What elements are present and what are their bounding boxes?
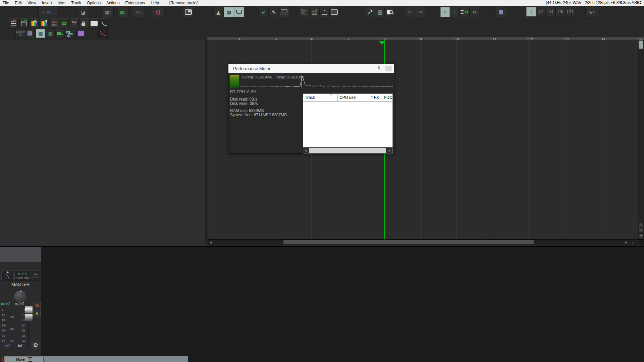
master-fx-button[interactable]: FX [1, 270, 14, 281]
master-mono-button[interactable]: ▶◀ MONO [31, 270, 40, 281]
fullscreen-button[interactable]: FULL [38, 7, 57, 17]
new-tab-button[interactable]: New Tab [299, 7, 309, 17]
close-button[interactable]: ✕ [385, 66, 392, 71]
horizontal-scrollbar[interactable]: ◀ ▶ + − [207, 239, 644, 245]
fade-shape-button[interactable] [99, 18, 109, 28]
vertical-scrollbar[interactable]: + − ▼ [638, 40, 644, 239]
menu-item[interactable]: Item [58, 1, 65, 5]
volume-fader-handle[interactable] [25, 306, 33, 322]
mixer-visibility-button[interactable] [460, 7, 470, 17]
zoom-out-vertical-button[interactable]: − [639, 228, 644, 233]
pan-knob[interactable] [14, 290, 27, 303]
grid-division-button[interactable]: 1/8 [555, 7, 565, 16]
menu-item[interactable]: Edit [15, 1, 22, 5]
master-mute-button[interactable]: M [34, 302, 41, 309]
mixer-tab[interactable]: Mixer ✕ [5, 357, 44, 362]
menu-item[interactable]: View [28, 1, 36, 5]
grid-toggle-button[interactable]: ▦ [224, 7, 234, 17]
envelope-shape-button[interactable] [98, 29, 108, 38]
quantize-button[interactable]: Q [152, 7, 164, 17]
edit-cursor-marker[interactable] [379, 41, 385, 45]
zoom-in-horizontal-button[interactable]: + [630, 240, 635, 245]
menu-item[interactable]: Help [151, 1, 159, 5]
menu-item[interactable]: [Remove tracks] [169, 1, 199, 5]
snap-toggle-button[interactable] [234, 7, 244, 17]
folder-visibility-button[interactable] [19, 18, 28, 28]
insert-track-above-button[interactable]: ▦↑ [103, 7, 114, 17]
pencil-tool-button[interactable]: ✎ [269, 7, 279, 17]
fade-display-button[interactable]: ·4·2·0·1 [279, 7, 289, 17]
track-control-panel[interactable] [0, 40, 205, 246]
track-manager-button[interactable]: ~ [496, 7, 506, 17]
master-solo-button[interactable]: S [34, 310, 41, 317]
media-explorer-button[interactable] [385, 7, 395, 17]
scroll-right-button[interactable]: ▶ [624, 240, 629, 245]
grid-division-button[interactable]: 1/16 [565, 7, 575, 16]
tools-button[interactable] [365, 7, 375, 17]
scroll-left-button[interactable]: ◀ [208, 240, 214, 245]
move-item-button[interactable]: ↪ [55, 29, 65, 38]
zoom-in-vertical-button[interactable]: + [639, 223, 644, 227]
global-automation-button[interactable]: ∿▼ [585, 7, 598, 17]
fx-button[interactable]: FX [415, 7, 425, 17]
master-visibility-button[interactable]: M [470, 7, 479, 17]
table-scroll-right-button[interactable]: > [386, 148, 392, 153]
table-horizontal-scrollbar[interactable]: < > [303, 147, 393, 154]
save-project-button[interactable]: ↗ [309, 7, 319, 17]
track-color-button[interactable]: ✎ [30, 18, 38, 28]
performance-meter-window[interactable]: Performance Meter ✕ cur/avg: 0.39/5.09% … [228, 64, 394, 154]
solo-in-front-button[interactable]: Solo in fr [15, 29, 25, 38]
menu-item[interactable]: Options [87, 1, 101, 5]
master-channel-strip[interactable]: FX MRS ROUTING ▶◀ MONO MASTER -inf-inf -… [0, 262, 41, 356]
vertical-scroll-thumb[interactable] [639, 41, 643, 49]
home-button[interactable]: ⌂ [405, 7, 415, 17]
grid-items-alt-button[interactable]: ▦ [46, 29, 55, 38]
scroll-down-button[interactable]: ▼ [639, 233, 644, 238]
video-window-button[interactable] [183, 7, 194, 17]
go-button[interactable]: GO [132, 7, 145, 17]
show-envelope-points-button[interactable] [60, 18, 68, 28]
eraser-tool-button[interactable]: ◪ [78, 7, 88, 17]
menu-item[interactable]: Extensions [125, 1, 145, 5]
window-titlebar[interactable]: Performance Meter [228, 64, 394, 73]
track-height-button[interactable]: T [450, 7, 460, 17]
color-swatch-button[interactable] [76, 29, 85, 38]
table-scroll-left-button[interactable]: < [303, 148, 309, 153]
item-mouse-modifier-button[interactable]: ⇖~ [26, 29, 35, 38]
menu-item[interactable]: Insert [42, 1, 52, 5]
select-all-points-button[interactable]: ALL°˯° [70, 18, 78, 28]
table-header-cell[interactable]: # FX [369, 94, 382, 101]
horizontal-scroll-thumb[interactable] [283, 240, 534, 244]
docker-toggle-button[interactable]: D [440, 7, 450, 17]
tab-close-icon[interactable]: ✕ [28, 357, 32, 362]
grid-division-button[interactable]: 1 [526, 7, 536, 16]
pin-icon[interactable] [377, 66, 382, 71]
grid-items-button[interactable]: ▦ [36, 29, 45, 38]
grid-division-button[interactable]: 1/4 [546, 7, 555, 16]
envelope-check-button[interactable]: ✔ [258, 7, 269, 17]
master-settings-button[interactable]: ⚙ [31, 341, 40, 350]
metronome-button[interactable]: ◭ [213, 7, 224, 17]
lock-settings-button[interactable]: ✓✓ [80, 18, 89, 28]
zoom-out-horizontal-button[interactable]: − [635, 240, 639, 245]
scale-tick-label: 12- [2, 313, 6, 317]
menu-item[interactable]: Actions [106, 1, 119, 5]
table-header-cell[interactable]: CPU use [338, 94, 369, 101]
master-routing-button[interactable]: MRS ROUTING [14, 270, 30, 281]
menu-item[interactable]: Track [71, 1, 81, 5]
grid-division-button[interactable]: 1/2 [536, 7, 546, 16]
insert-track-below-button[interactable]: ▦↓ [118, 7, 128, 17]
envelope-visibility-button[interactable] [9, 18, 18, 28]
menu-item[interactable]: File [3, 1, 9, 5]
random-color-button[interactable]: ? [40, 18, 48, 28]
open-automation-button[interactable]: Ope auto [50, 18, 59, 28]
grid-settings-button[interactable]: ▦ [375, 7, 385, 17]
table-scroll-thumb[interactable] [309, 148, 386, 153]
monitor-fx-button[interactable] [89, 18, 99, 28]
project-settings-button[interactable]: ✎ [329, 7, 339, 17]
open-project-button[interactable] [319, 7, 329, 17]
table-header-cell[interactable]: PDC [382, 94, 392, 101]
docker-alert[interactable]: ! [0, 356, 4, 362]
table-header-cell[interactable]: Track [303, 94, 338, 101]
item-lanes-button[interactable] [65, 29, 74, 38]
